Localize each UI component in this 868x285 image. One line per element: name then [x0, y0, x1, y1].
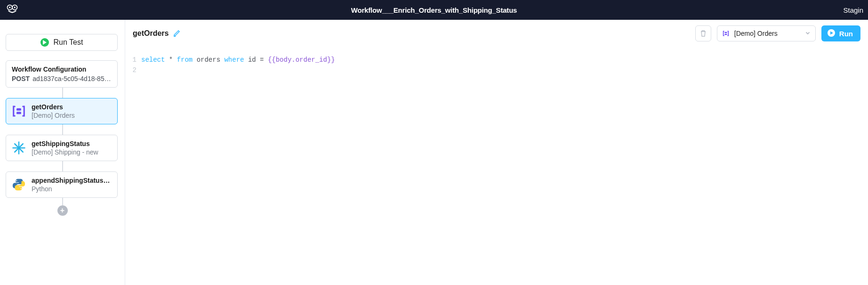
- retool-bracket-icon: [12, 104, 26, 118]
- svg-point-11: [16, 180, 17, 181]
- workflow-config-title: Workflow Configuration: [12, 65, 112, 73]
- step-resource-label: Python: [32, 185, 112, 193]
- svg-rect-6: [16, 112, 21, 114]
- plus-icon: +: [60, 206, 64, 215]
- step-connector: [62, 88, 63, 98]
- retool-bracket-icon: [722, 30, 730, 37]
- resource-select[interactable]: [Demo] Orders: [717, 25, 816, 41]
- sidebar: Run Test Workflow Configuration POSTad18…: [0, 20, 125, 285]
- editor-line[interactable]: 2: [125, 65, 868, 75]
- editor-line[interactable]: 1select * from orders where id = {{body.…: [125, 55, 868, 65]
- workflow-config-card[interactable]: Workflow Configuration POSTad1837ca-5c05…: [6, 60, 118, 88]
- line-number: 1: [125, 55, 141, 65]
- step-getorders[interactable]: getOrders [Demo] Orders: [6, 98, 118, 124]
- step-name-label: getOrders: [32, 103, 75, 111]
- step-connector: [62, 124, 63, 135]
- step-connector: [62, 198, 63, 205]
- svg-rect-14: [724, 32, 727, 33]
- run-test-label: Run Test: [54, 38, 83, 47]
- edit-icon[interactable]: [173, 30, 181, 37]
- svg-point-2: [9, 7, 11, 8]
- python-icon: [12, 178, 26, 192]
- resource-select-text: [Demo] Orders: [734, 30, 800, 37]
- svg-rect-15: [724, 34, 727, 35]
- step-name-label: getShippingStatus: [32, 140, 98, 147]
- run-button[interactable]: Run: [821, 25, 860, 41]
- step-connector: [62, 161, 63, 171]
- workflow-title: Workflow___Enrich_Orders_with_Shipping_S…: [351, 6, 517, 14]
- svg-rect-5: [16, 108, 21, 111]
- play-icon: [40, 38, 49, 47]
- svg-point-4: [12, 12, 13, 13]
- main-panel: getOrders: [125, 20, 868, 285]
- step-name-label: appendShippingStatusToOr...: [32, 177, 112, 184]
- play-circle-icon: [827, 29, 836, 39]
- code-editor[interactable]: 1select * from orders where id = {{body.…: [125, 46, 868, 285]
- snowflake-icon: [12, 141, 26, 155]
- app-header: Workflow___Enrich_Orders_with_Shipping_S…: [0, 0, 868, 20]
- main-header: getOrders: [125, 20, 868, 46]
- add-step-button[interactable]: +: [57, 205, 68, 216]
- step-resource-label: [Demo] Shipping - new: [32, 148, 98, 156]
- svg-point-3: [14, 7, 16, 8]
- step-appendshippingstatus[interactable]: appendShippingStatusToOr... Python: [6, 171, 118, 198]
- trash-icon: [699, 30, 707, 37]
- line-number: 2: [125, 65, 141, 75]
- code-content[interactable]: select * from orders where id = {{body.o…: [141, 55, 335, 65]
- run-button-label: Run: [839, 30, 853, 38]
- workflow-config-endpoint: POSTad1837ca-5c05-4d18-8562-...: [12, 75, 112, 82]
- run-test-button[interactable]: Run Test: [6, 34, 118, 51]
- step-resource-label: [Demo] Orders: [32, 112, 75, 119]
- svg-point-12: [21, 188, 22, 189]
- delete-button[interactable]: [695, 25, 711, 41]
- step-getshippingstatus[interactable]: getShippingStatus [Demo] Shipping - new: [6, 135, 118, 161]
- chevron-down-icon: [805, 30, 811, 37]
- retool-logo-icon: [6, 3, 19, 16]
- query-title: getOrders: [133, 29, 169, 38]
- environment-label[interactable]: Stagin: [843, 6, 863, 14]
